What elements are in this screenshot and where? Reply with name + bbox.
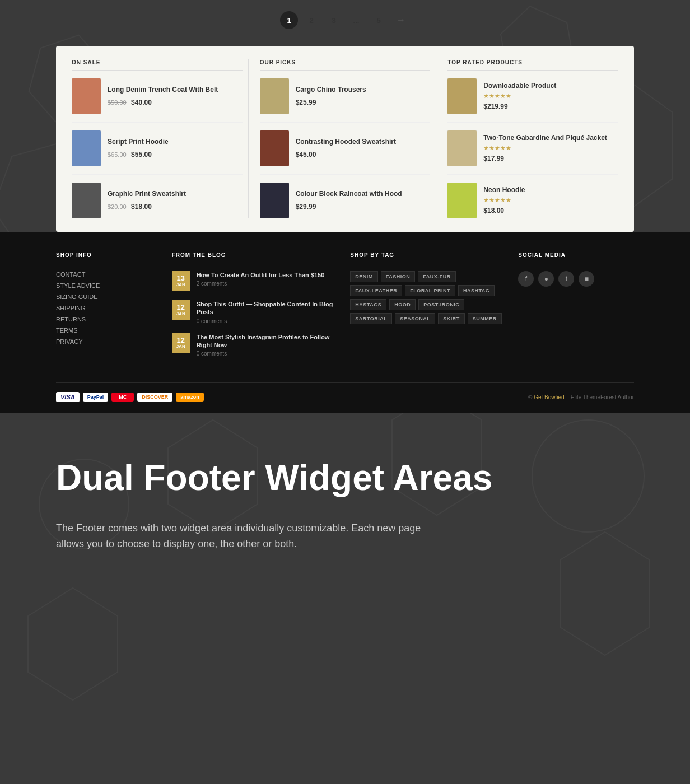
product-image (72, 78, 101, 114)
payment-icons: VISA PayPal MC DISCOVER amazon (56, 392, 204, 402)
product-info: Downloadable Product ★★★★★ $219.99 (483, 82, 618, 111)
blog-comments: 0 comments (197, 318, 339, 324)
footer-link-contact[interactable]: CONTACT (56, 271, 161, 278)
blog-date-badge: 13 JAN (172, 271, 190, 291)
list-item[interactable]: Neon Hoodie ★★★★★ $18.00 (447, 183, 618, 218)
product-image (72, 130, 101, 166)
footer-link-privacy[interactable]: PRIVACY (56, 338, 161, 345)
facebook-icon[interactable]: f (518, 271, 534, 287)
product-price: $18.00 (483, 207, 504, 214)
product-image (72, 183, 101, 218)
tag-faux-fur[interactable]: FAUX-FUR (418, 271, 456, 282)
footer-blog: FROM THE BLOG 13 JAN How To Create An Ou… (172, 252, 351, 366)
page-3-button[interactable]: 3 (325, 11, 343, 29)
footer-social-title: SOCIAL MEDIA (518, 252, 623, 263)
product-name: Neon Hoodie (483, 186, 618, 195)
page-next-button[interactable]: → (392, 11, 410, 29)
product-name: Colour Block Raincoat with Hood (296, 190, 431, 199)
list-item[interactable]: Long Denim Trench Coat With Belt $50.00 … (72, 78, 243, 123)
tag-sartorial[interactable]: SARTORIAL (350, 313, 392, 324)
product-name: Contrasting Hooded Sweatshirt (296, 138, 431, 147)
product-info: Long Denim Trench Coat With Belt $50.00 … (108, 86, 243, 107)
price-old: $50.00 (108, 99, 127, 106)
discord-icon[interactable]: ● (538, 271, 554, 287)
blog-date-badge: 12 JAN (172, 333, 190, 353)
on-sale-title: ON SALE (72, 59, 243, 71)
price-new: $18.00 (131, 203, 152, 211)
product-price: $17.99 (483, 155, 504, 162)
star-rating: ★★★★★ (483, 144, 618, 152)
list-item[interactable]: Cargo Chino Trousers $25.99 (260, 78, 431, 123)
product-info: Graphic Print Sweatshirt $20.00 $18.00 (108, 190, 243, 211)
footer-link-returns[interactable]: RETURNS (56, 316, 161, 323)
footer-link-shipping[interactable]: SHIPPING (56, 305, 161, 311)
footer-link-terms[interactable]: TERMS (56, 327, 161, 334)
list-item[interactable]: Colour Block Raincoat with Hood $29.99 (260, 183, 431, 218)
svg-marker-10 (28, 588, 118, 700)
list-item[interactable]: Contrasting Hooded Sweatshirt $45.00 (260, 130, 431, 175)
tag-hood[interactable]: HOOD (389, 299, 416, 310)
blog-date-month: JAN (176, 344, 185, 349)
star-rating: ★★★★★ (483, 92, 618, 100)
footer-links: CONTACT STYLE ADVICE SIZING GUIDE SHIPPI… (56, 271, 161, 345)
tag-floral-print[interactable]: FLORAL PRINT (405, 285, 455, 296)
product-image (260, 130, 289, 166)
blog-info: The Most Stylish Instagram Profiles to F… (197, 333, 339, 357)
page-5-button[interactable]: 5 (370, 11, 388, 29)
footer-link-style-advice[interactable]: STYLE ADVICE (56, 282, 161, 289)
blog-comments: 0 comments (197, 351, 339, 357)
twitter-icon[interactable]: t (558, 271, 574, 287)
blog-date-day: 13 (176, 274, 184, 282)
discover-payment-icon: DISCOVER (137, 393, 172, 402)
product-name: Script Print Hoodie (108, 138, 243, 147)
tag-denim[interactable]: DENIM (350, 271, 378, 282)
visa-payment-icon: VISA (56, 392, 80, 402)
our-picks-section: OUR PICKS Cargo Chino Trousers $25.99 (248, 59, 436, 218)
instagram-icon[interactable]: ■ (579, 271, 594, 287)
blog-info: How To Create An Outfit for Less Than $1… (197, 271, 339, 287)
footer: SHOP INFO CONTACT STYLE ADVICE SIZING GU… (0, 232, 690, 413)
list-item[interactable]: Script Print Hoodie $65.00 $55.00 (72, 130, 243, 175)
footer-tags: SHOP BY TAG DENIM FASHION FAUX-FUR FAUX-… (350, 252, 518, 366)
product-price: $45.00 (296, 151, 316, 158)
products-widget: ON SALE Long Denim Trench Coat With Belt… (56, 46, 634, 232)
product-info: Script Print Hoodie $65.00 $55.00 (108, 138, 243, 159)
footer-shop-info-title: SHOP INFO (56, 252, 161, 263)
product-price: $50.00 $40.00 (108, 97, 243, 107)
page-ellipsis: ... (347, 11, 365, 29)
footer-bottom: VISA PayPal MC DISCOVER amazon © Get Bow… (56, 382, 634, 402)
product-price: $29.99 (296, 203, 316, 211)
product-info: Neon Hoodie ★★★★★ $18.00 (483, 186, 618, 216)
blog-date-day: 12 (176, 304, 184, 311)
mastercard-payment-icon: MC (111, 393, 134, 402)
star-rating: ★★★★★ (483, 197, 618, 204)
copyright-text: © Get Bowtied – Elite ThemeForest Author (528, 394, 634, 400)
page-2-button[interactable]: 2 (302, 11, 320, 29)
tag-seasonal[interactable]: SEASONAL (395, 313, 435, 324)
blog-comments: 2 comments (197, 281, 339, 287)
product-price: $25.99 (296, 99, 316, 106)
list-item[interactable]: Two-Tone Gabardine And Piqué Jacket ★★★★… (447, 130, 618, 175)
blog-post-title[interactable]: The Most Stylish Instagram Profiles to F… (197, 333, 339, 349)
tag-skirt[interactable]: SKIRT (438, 313, 465, 324)
tag-hashtag[interactable]: HASHTAG (458, 285, 495, 296)
tag-summer[interactable]: SUMMER (468, 313, 502, 324)
tag-hastags[interactable]: HASTAGS (350, 299, 386, 310)
blog-post-title[interactable]: Shop This Outfit — Shoppable Content In … (197, 300, 339, 316)
page-1-button[interactable]: 1 (280, 11, 298, 29)
list-item[interactable]: Graphic Print Sweatshirt $20.00 $18.00 (72, 183, 243, 218)
footer-link-sizing-guide[interactable]: SIZING GUIDE (56, 293, 161, 300)
pagination: 1 2 3 ... 5 → (56, 0, 634, 46)
list-item[interactable]: Downloadable Product ★★★★★ $219.99 (447, 78, 618, 123)
product-info: Two-Tone Gabardine And Piqué Jacket ★★★★… (483, 134, 618, 164)
copyright-link[interactable]: Get Bowtied (534, 394, 564, 400)
price-old: $65.00 (108, 151, 127, 158)
tag-faux-leather[interactable]: FAUX-LEATHER (350, 285, 402, 296)
blog-date-day: 12 (176, 337, 184, 344)
on-sale-section: ON SALE Long Denim Trench Coat With Belt… (72, 59, 248, 218)
blog-post-title[interactable]: How To Create An Outfit for Less Than $1… (197, 271, 339, 279)
product-name: Long Denim Trench Coat With Belt (108, 86, 243, 95)
tag-post-ironic[interactable]: POST-IRONIC (418, 299, 464, 310)
promo-section: Dual Footer Widget Areas The Footer come… (0, 413, 690, 586)
tag-fashion[interactable]: FASHION (381, 271, 416, 282)
